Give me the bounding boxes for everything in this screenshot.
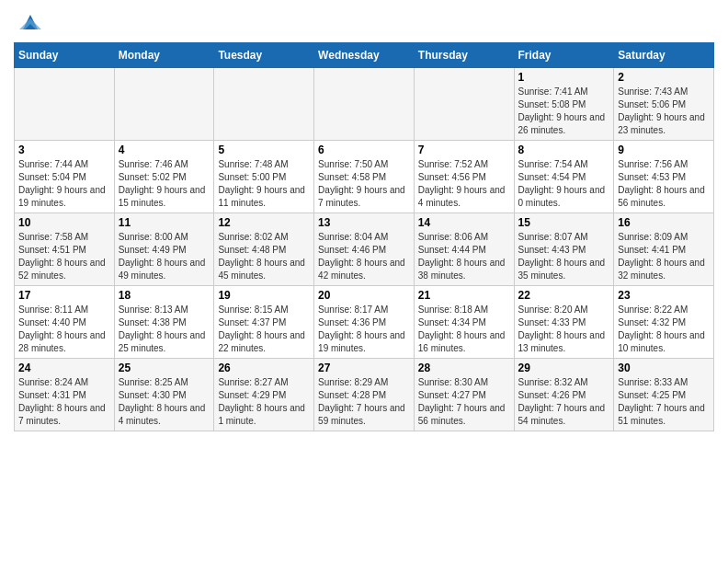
day-number: 2 — [618, 71, 710, 84]
day-number: 10 — [18, 216, 110, 229]
day-header-tuesday: Tuesday — [214, 43, 314, 68]
day-header-sunday: Sunday — [15, 43, 115, 68]
day-number: 11 — [119, 216, 210, 229]
calendar-cell: 15Sunrise: 8:07 AM Sunset: 4:43 PM Dayli… — [514, 213, 614, 286]
page-container: SundayMondayTuesdayWednesdayThursdayFrid… — [0, 0, 728, 441]
calendar-cell: 4Sunrise: 7:46 AM Sunset: 5:02 PM Daylig… — [114, 141, 214, 213]
day-info: Sunrise: 8:25 AM Sunset: 4:30 PM Dayligh… — [119, 376, 210, 428]
calendar-cell: 30Sunrise: 8:33 AM Sunset: 4:25 PM Dayli… — [614, 359, 714, 431]
day-info: Sunrise: 8:06 AM Sunset: 4:44 PM Dayligh… — [418, 231, 510, 282]
calendar-cell: 6Sunrise: 7:50 AM Sunset: 4:58 PM Daylig… — [314, 141, 415, 213]
calendar-cell: 23Sunrise: 8:22 AM Sunset: 4:32 PM Dayli… — [614, 286, 714, 359]
day-info: Sunrise: 8:30 AM Sunset: 4:27 PM Dayligh… — [418, 376, 510, 428]
day-info: Sunrise: 8:04 AM Sunset: 4:46 PM Dayligh… — [318, 231, 410, 282]
day-info: Sunrise: 7:52 AM Sunset: 4:56 PM Dayligh… — [418, 158, 510, 210]
week-row-1: 1Sunrise: 7:41 AM Sunset: 5:08 PM Daylig… — [15, 68, 714, 141]
day-info: Sunrise: 8:09 AM Sunset: 4:41 PM Dayligh… — [618, 231, 710, 282]
day-number: 26 — [218, 362, 310, 374]
calendar-cell: 14Sunrise: 8:06 AM Sunset: 4:44 PM Dayli… — [414, 213, 514, 286]
day-number: 15 — [518, 216, 610, 229]
day-info: Sunrise: 7:50 AM Sunset: 4:58 PM Dayligh… — [318, 158, 410, 210]
calendar-cell — [114, 68, 214, 141]
day-header-thursday: Thursday — [414, 43, 514, 68]
day-info: Sunrise: 8:11 AM Sunset: 4:40 PM Dayligh… — [18, 304, 110, 355]
day-number: 19 — [218, 289, 310, 302]
day-number: 28 — [418, 362, 510, 374]
day-info: Sunrise: 8:22 AM Sunset: 4:32 PM Dayligh… — [618, 304, 710, 355]
day-number: 23 — [618, 289, 710, 302]
calendar-cell: 1Sunrise: 7:41 AM Sunset: 5:08 PM Daylig… — [514, 68, 614, 141]
day-info: Sunrise: 8:18 AM Sunset: 4:34 PM Dayligh… — [418, 304, 510, 355]
calendar-cell — [15, 68, 115, 141]
day-info: Sunrise: 8:00 AM Sunset: 4:49 PM Dayligh… — [119, 231, 210, 282]
calendar-cell: 9Sunrise: 7:56 AM Sunset: 4:53 PM Daylig… — [614, 141, 714, 213]
day-info: Sunrise: 7:58 AM Sunset: 4:51 PM Dayligh… — [18, 231, 110, 282]
day-info: Sunrise: 7:54 AM Sunset: 4:54 PM Dayligh… — [518, 158, 610, 210]
calendar-cell: 25Sunrise: 8:25 AM Sunset: 4:30 PM Dayli… — [114, 359, 214, 431]
logo-icon — [17, 9, 43, 35]
day-info: Sunrise: 8:17 AM Sunset: 4:36 PM Dayligh… — [318, 304, 410, 355]
calendar-cell: 28Sunrise: 8:30 AM Sunset: 4:27 PM Dayli… — [414, 359, 514, 431]
day-number: 29 — [518, 362, 610, 374]
day-number: 5 — [218, 144, 310, 156]
day-number: 13 — [318, 216, 410, 229]
calendar-cell: 29Sunrise: 8:32 AM Sunset: 4:26 PM Dayli… — [514, 359, 614, 431]
day-info: Sunrise: 7:41 AM Sunset: 5:08 PM Dayligh… — [518, 86, 610, 137]
calendar-cell — [414, 68, 514, 141]
calendar-cell: 7Sunrise: 7:52 AM Sunset: 4:56 PM Daylig… — [414, 141, 514, 213]
calendar-cell: 10Sunrise: 7:58 AM Sunset: 4:51 PM Dayli… — [15, 213, 115, 286]
day-number: 18 — [119, 289, 210, 302]
calendar-cell: 16Sunrise: 8:09 AM Sunset: 4:41 PM Dayli… — [614, 213, 714, 286]
calendar-cell: 13Sunrise: 8:04 AM Sunset: 4:46 PM Dayli… — [314, 213, 415, 286]
day-number: 16 — [618, 216, 710, 229]
week-row-5: 24Sunrise: 8:24 AM Sunset: 4:31 PM Dayli… — [15, 359, 714, 431]
day-number: 20 — [318, 289, 410, 302]
day-info: Sunrise: 8:02 AM Sunset: 4:48 PM Dayligh… — [218, 231, 310, 282]
day-info: Sunrise: 8:15 AM Sunset: 4:37 PM Dayligh… — [218, 304, 310, 355]
day-info: Sunrise: 7:56 AM Sunset: 4:53 PM Dayligh… — [618, 158, 710, 210]
calendar-cell: 18Sunrise: 8:13 AM Sunset: 4:38 PM Dayli… — [114, 286, 214, 359]
calendar-cell: 12Sunrise: 8:02 AM Sunset: 4:48 PM Dayli… — [214, 213, 314, 286]
day-number: 1 — [518, 71, 610, 84]
calendar-cell: 22Sunrise: 8:20 AM Sunset: 4:33 PM Dayli… — [514, 286, 614, 359]
day-info: Sunrise: 8:13 AM Sunset: 4:38 PM Dayligh… — [119, 304, 210, 355]
day-header-friday: Friday — [514, 43, 614, 68]
calendar-cell: 20Sunrise: 8:17 AM Sunset: 4:36 PM Dayli… — [314, 286, 415, 359]
calendar-cell: 21Sunrise: 8:18 AM Sunset: 4:34 PM Dayli… — [414, 286, 514, 359]
day-info: Sunrise: 7:46 AM Sunset: 5:02 PM Dayligh… — [119, 158, 210, 210]
week-row-3: 10Sunrise: 7:58 AM Sunset: 4:51 PM Dayli… — [15, 213, 714, 286]
day-number: 8 — [518, 144, 610, 156]
day-info: Sunrise: 7:44 AM Sunset: 5:04 PM Dayligh… — [18, 158, 110, 210]
calendar-cell: 8Sunrise: 7:54 AM Sunset: 4:54 PM Daylig… — [514, 141, 614, 213]
header — [14, 9, 714, 35]
day-number: 7 — [418, 144, 510, 156]
day-info: Sunrise: 8:33 AM Sunset: 4:25 PM Dayligh… — [618, 376, 710, 428]
day-number: 17 — [18, 289, 110, 302]
day-info: Sunrise: 8:07 AM Sunset: 4:43 PM Dayligh… — [518, 231, 610, 282]
day-header-monday: Monday — [114, 43, 214, 68]
calendar-cell: 17Sunrise: 8:11 AM Sunset: 4:40 PM Dayli… — [15, 286, 115, 359]
day-header-wednesday: Wednesday — [314, 43, 415, 68]
day-info: Sunrise: 8:24 AM Sunset: 4:31 PM Dayligh… — [18, 376, 110, 428]
day-number: 22 — [518, 289, 610, 302]
day-header-saturday: Saturday — [614, 43, 714, 68]
day-number: 6 — [318, 144, 410, 156]
day-number: 9 — [618, 144, 710, 156]
day-number: 14 — [418, 216, 510, 229]
week-row-2: 3Sunrise: 7:44 AM Sunset: 5:04 PM Daylig… — [15, 141, 714, 213]
day-info: Sunrise: 7:48 AM Sunset: 5:00 PM Dayligh… — [218, 158, 310, 210]
day-info: Sunrise: 8:29 AM Sunset: 4:28 PM Dayligh… — [318, 376, 410, 428]
day-info: Sunrise: 7:43 AM Sunset: 5:06 PM Dayligh… — [618, 86, 710, 137]
calendar-cell: 5Sunrise: 7:48 AM Sunset: 5:00 PM Daylig… — [214, 141, 314, 213]
day-number: 21 — [418, 289, 510, 302]
day-info: Sunrise: 8:32 AM Sunset: 4:26 PM Dayligh… — [518, 376, 610, 428]
header-row: SundayMondayTuesdayWednesdayThursdayFrid… — [15, 43, 714, 68]
calendar-cell: 19Sunrise: 8:15 AM Sunset: 4:37 PM Dayli… — [214, 286, 314, 359]
day-number: 27 — [318, 362, 410, 374]
day-number: 3 — [18, 144, 110, 156]
calendar-cell — [214, 68, 314, 141]
calendar-cell: 2Sunrise: 7:43 AM Sunset: 5:06 PM Daylig… — [614, 68, 714, 141]
day-number: 12 — [218, 216, 310, 229]
calendar-cell: 27Sunrise: 8:29 AM Sunset: 4:28 PM Dayli… — [314, 359, 415, 431]
day-number: 24 — [18, 362, 110, 374]
